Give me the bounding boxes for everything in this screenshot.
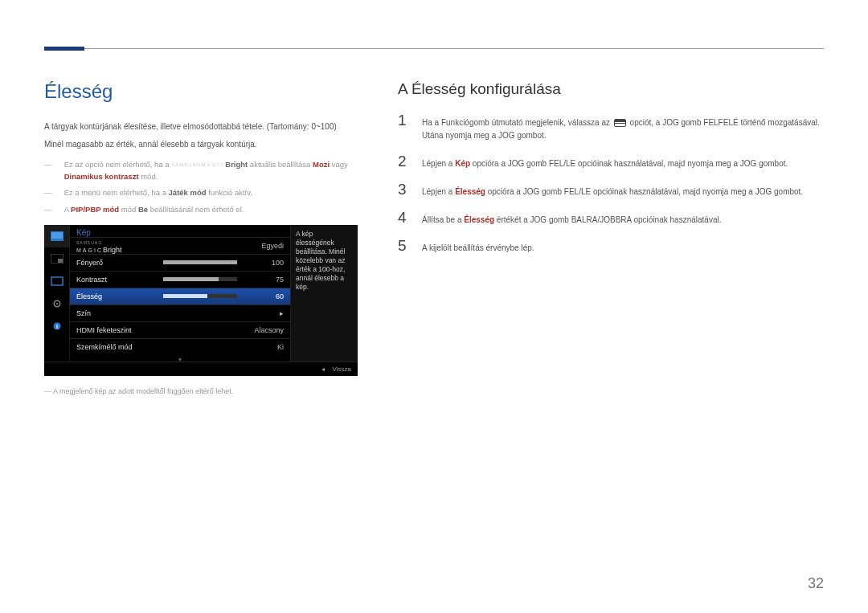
note3-pre: A — [64, 205, 71, 214]
step-row: 5A kijelölt beállítás érvénybe lép. — [398, 238, 824, 255]
note1-dk: Dinamikus kontraszt — [64, 172, 139, 181]
step-row: 1Ha a Funkciógomb útmutató megjelenik, v… — [398, 112, 824, 142]
step-text: Lépjen a Élesség opcióra a JOG gomb FEL/… — [422, 186, 803, 198]
osd-row-bar — [157, 294, 244, 298]
osd-back-arrow-icon — [321, 366, 328, 373]
note2-pre: Ez a menü nem elérhető, ha a — [64, 188, 169, 197]
osd-row-label: Fényerő — [76, 259, 157, 267]
osd-row-label: Szemkímélő mód — [76, 343, 157, 351]
svg-rect-4 — [51, 277, 63, 285]
header-rule — [44, 48, 824, 49]
osd-row-bar — [157, 277, 244, 281]
step-number: 5 — [398, 238, 411, 253]
osd-row-label: SAMSUNGMAGICBright — [76, 238, 157, 254]
note1-bright: Bright — [225, 160, 248, 169]
step-row: 3Lépjen a Élesség opcióra a JOG gomb FEL… — [398, 182, 824, 198]
osd-row: Élesség60 — [70, 288, 290, 304]
osd-nav-pip-icon — [44, 247, 69, 270]
osd-row-label: Élesség — [76, 292, 157, 300]
brand-magic: MAGIC — [202, 161, 226, 170]
osd-row: Kontraszt75 — [70, 271, 290, 288]
osd-back-label: Vissza — [333, 366, 351, 373]
osd-row: HDMI feketeszintAlacsony — [70, 321, 290, 338]
step-number: 1 — [398, 112, 411, 128]
note1-end: mód. — [139, 172, 158, 181]
note3-post: beállításánál nem érhető el. — [148, 205, 244, 214]
note2-bold: Játék mód — [169, 188, 207, 197]
osd-tooltip: A kép élességének beállítása. Minél köze… — [290, 225, 358, 362]
osd-row-value: 100 — [244, 259, 284, 267]
svg-text:i: i — [55, 323, 57, 330]
osd-row-value: Alacsony — [244, 326, 284, 334]
osd-title: Kép — [70, 225, 290, 237]
section-heading: Élesség — [44, 80, 358, 103]
note3-mid: mód — [119, 205, 138, 214]
osd-row: SAMSUNGMAGICBrightEgyedi — [70, 237, 290, 254]
note2-post: funkció aktív. — [207, 188, 252, 197]
note3-red: PIP/PBP mód — [71, 205, 119, 214]
osd-row-label: Kontraszt — [76, 276, 157, 284]
left-column: Élesség A tárgyak kontúrjának élesítése,… — [44, 80, 358, 395]
step-text: A kijelölt beállítás érvénybe lép. — [422, 242, 534, 255]
svg-rect-1 — [51, 232, 63, 239]
step-text: Ha a Funkciógomb útmutató megjelenik, vá… — [422, 116, 824, 142]
osd-nav-picture-icon — [44, 225, 69, 247]
osd-row-value: Egyedi — [244, 242, 284, 250]
step-row: 4Állítsa be a Élesség értékét a JOG gomb… — [398, 210, 824, 227]
note1-post: vagy — [330, 160, 348, 169]
page-number: 32 — [808, 575, 824, 592]
step-number: 2 — [398, 153, 411, 169]
osd-row-value: 60 — [244, 292, 284, 300]
osd-nav-settings-icon — [44, 292, 69, 315]
osd-nav-info-icon: i — [44, 315, 69, 337]
note3-bold: Be — [138, 205, 148, 214]
osd-row: Fényerő100 — [70, 254, 290, 271]
osd-row: Szemkímélő módKi — [70, 338, 290, 355]
osd-screenshot: i Kép SAMSUNGMAGICBrightEgyediFényerő100… — [44, 225, 358, 376]
osd-row-value: 75 — [244, 276, 284, 284]
svg-rect-3 — [58, 259, 63, 263]
osd-row-value: Ki — [244, 343, 284, 351]
osd-row-value: ▸ — [244, 309, 284, 317]
menu-icon — [614, 119, 626, 127]
intro-text-2: Minél magasabb az érték, annál élesebb a… — [44, 138, 358, 151]
note-3: ― A PIP/PBP mód mód Be beállításánál nem… — [44, 203, 358, 215]
note1-pre: Ez az opció nem elérhető, ha a — [64, 160, 172, 169]
config-heading: A Élesség konfigurálása — [398, 80, 824, 98]
header-accent — [44, 47, 84, 51]
osd-caption: ― A megjelenő kép az adott modelltől füg… — [44, 387, 358, 395]
osd-scroll-indicator: ▾ — [70, 355, 290, 364]
intro-text-1: A tárgyak kontúrjának élesítése, illetve… — [44, 121, 358, 133]
osd-nav: i — [44, 225, 70, 362]
note-1: ― Ez az opció nem elérhető, ha a SAMSUNG… — [44, 158, 358, 182]
note1-mozi: Mozi — [313, 160, 330, 169]
step-row: 2Lépjen a Kép opcióra a JOG gomb FEL/LE … — [398, 153, 824, 170]
right-column: A Élesség konfigurálása 1Ha a Funkciógom… — [398, 80, 824, 395]
step-text: Lépjen a Kép opcióra a JOG gomb FEL/LE o… — [422, 157, 788, 170]
step-number: 4 — [398, 210, 411, 225]
caption-text: A megjelenő kép az adott modelltől függő… — [53, 387, 233, 395]
step-text: Állítsa be a Élesség értékét a JOG gomb … — [422, 214, 721, 227]
osd-row-label: HDMI feketeszint — [76, 326, 157, 334]
osd-row: Szín▸ — [70, 304, 290, 321]
osd-row-label: Szín — [76, 309, 157, 317]
osd-nav-display-icon — [44, 270, 69, 292]
step-number: 3 — [398, 182, 411, 197]
brand-samsung-small: SAMSUNG — [171, 161, 201, 170]
note-2: ― Ez a menü nem elérhető, ha a Játék mód… — [44, 186, 358, 198]
svg-point-6 — [55, 303, 57, 304]
note1-mid: aktuális beállítása — [248, 160, 313, 169]
osd-row-bar — [157, 260, 244, 264]
